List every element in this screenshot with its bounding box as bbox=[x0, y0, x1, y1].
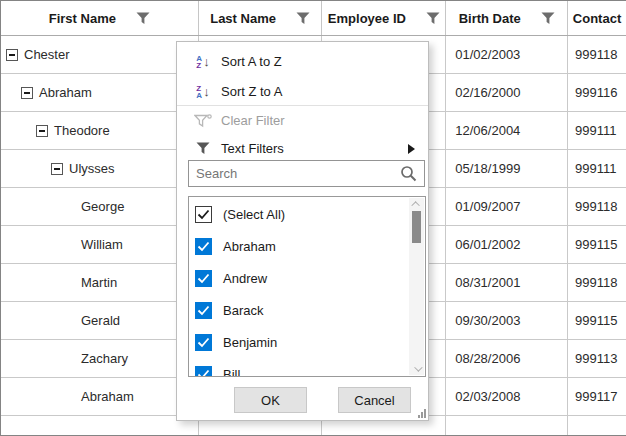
tree-cell: Zachary bbox=[1, 340, 199, 377]
first-name-text: George bbox=[81, 199, 124, 214]
tree-cell: Martin bbox=[1, 264, 199, 301]
filter-list-item[interactable]: Andrew bbox=[189, 262, 408, 294]
first-name-text: Zachary bbox=[81, 351, 128, 366]
birth-date-cell: 02/03/2008 bbox=[446, 378, 568, 415]
first-name-text: Abraham bbox=[81, 389, 134, 404]
collapse-expander-icon[interactable] bbox=[6, 49, 18, 61]
collapse-expander-icon[interactable] bbox=[36, 125, 48, 137]
birth-date-cell: 02/16/2000 bbox=[446, 74, 568, 111]
contact-cell: 999118 bbox=[568, 36, 626, 73]
column-header[interactable]: Birth Date bbox=[446, 1, 568, 35]
column-header-label: Last Name bbox=[210, 11, 276, 26]
checkbox-checked-icon[interactable] bbox=[195, 302, 212, 319]
tree-cell: Abraham bbox=[1, 378, 199, 415]
contact-cell: 999116 bbox=[568, 74, 626, 111]
first-name-text: William bbox=[81, 237, 123, 252]
contact-cell: 999118 bbox=[568, 188, 626, 225]
filter-item-label: Abraham bbox=[223, 239, 276, 254]
sort-a-to-z-menu-item[interactable]: A Z ↓ Sort A to Z bbox=[177, 47, 428, 76]
clear-filter-menu-item[interactable]: Clear Filter bbox=[177, 106, 428, 135]
scroll-thumb[interactable] bbox=[412, 211, 421, 243]
text-filters-label: Text Filters bbox=[221, 141, 284, 156]
birth-date-cell: 08/31/2001 bbox=[446, 264, 568, 301]
sort-az-icon: A Z ↓ bbox=[190, 55, 216, 69]
filter-list-item[interactable]: Bill bbox=[189, 358, 408, 377]
column-header[interactable]: Contact bbox=[568, 1, 626, 35]
checkbox-checked-icon[interactable] bbox=[195, 334, 212, 351]
filter-item-label: Bill bbox=[223, 367, 240, 378]
tree-cell bbox=[1, 416, 199, 435]
search-icon bbox=[400, 165, 417, 182]
collapse-expander-icon[interactable] bbox=[51, 163, 63, 175]
tree-cell: Chester bbox=[1, 36, 199, 73]
first-name-text: Theodore bbox=[54, 123, 110, 138]
first-name-text: Chester bbox=[24, 47, 70, 62]
column-header-label: Contact bbox=[573, 11, 621, 26]
birth-date-cell: 12/06/2004 bbox=[446, 112, 568, 149]
sort-z-to-a-label: Sort Z to A bbox=[221, 84, 282, 99]
column-header[interactable]: First Name bbox=[1, 1, 199, 35]
header-row: First Name Last Name Employee ID Birth D… bbox=[1, 1, 626, 36]
filter-popup: A Z ↓ Sort A to Z Z A ↓ Sort Z to A bbox=[176, 41, 429, 421]
tree-cell: George bbox=[1, 188, 199, 225]
text-filters-menu-item[interactable]: Text Filters bbox=[177, 134, 428, 163]
filter-checkbox-list: (Select All) Abraham Andrew Barack Benja… bbox=[188, 196, 426, 377]
birth-date-cell bbox=[446, 416, 568, 435]
sort-z-to-a-menu-item[interactable]: Z A ↓ Sort Z to A bbox=[177, 77, 428, 106]
tree-cell: Theodore bbox=[1, 112, 199, 149]
filter-list-item[interactable]: Barack bbox=[189, 294, 408, 326]
sort-za-icon: Z A ↓ bbox=[190, 85, 216, 99]
sort-a-to-z-label: Sort A to Z bbox=[221, 54, 282, 69]
birth-date-cell: 08/28/2006 bbox=[446, 340, 568, 377]
contact-cell: 999111 bbox=[568, 112, 626, 149]
column-header[interactable]: Last Name bbox=[199, 1, 323, 35]
column-header-label: First Name bbox=[49, 11, 116, 26]
tree-data-grid: First Name Last Name Employee ID Birth D… bbox=[0, 0, 626, 436]
filter-item-label: Andrew bbox=[223, 271, 267, 286]
list-scrollbar[interactable] bbox=[409, 198, 424, 375]
contact-cell: 999118 bbox=[568, 264, 626, 301]
filter-funnel-icon[interactable] bbox=[541, 12, 555, 25]
scroll-up-icon[interactable] bbox=[409, 198, 424, 210]
filter-item-label: Barack bbox=[223, 303, 263, 318]
clear-filter-icon bbox=[190, 114, 216, 128]
contact-cell: 999117 bbox=[568, 378, 626, 415]
tree-cell: Abraham bbox=[1, 74, 199, 111]
checkbox-checked-icon[interactable] bbox=[195, 206, 212, 223]
checkbox-checked-icon[interactable] bbox=[195, 238, 212, 255]
tree-cell: Ulysses bbox=[1, 150, 199, 187]
clear-filter-label: Clear Filter bbox=[221, 113, 285, 128]
contact-cell: 999113 bbox=[568, 340, 626, 377]
popup-resize-grip[interactable] bbox=[418, 409, 426, 418]
birth-date-cell: 01/02/2003 bbox=[446, 36, 568, 73]
filter-funnel-icon[interactable] bbox=[296, 12, 310, 25]
filter-funnel-icon[interactable] bbox=[136, 12, 150, 25]
filter-item-label: Benjamin bbox=[223, 335, 277, 350]
first-name-text: Gerald bbox=[81, 313, 120, 328]
birth-date-cell: 01/09/2007 bbox=[446, 188, 568, 225]
column-header-label: Employee ID bbox=[328, 11, 406, 26]
scroll-down-icon[interactable] bbox=[409, 363, 424, 375]
collapse-expander-icon[interactable] bbox=[21, 87, 33, 99]
first-name-text: Abraham bbox=[39, 85, 92, 100]
filter-item-label: (Select All) bbox=[223, 207, 285, 222]
cancel-button[interactable]: Cancel bbox=[338, 387, 411, 413]
birth-date-cell: 05/18/1999 bbox=[446, 150, 568, 187]
filter-list-item[interactable]: (Select All) bbox=[189, 198, 408, 230]
contact-cell: 999111 bbox=[568, 150, 626, 187]
search-box bbox=[188, 160, 425, 187]
tree-cell: William bbox=[1, 226, 199, 263]
checkbox-checked-icon[interactable] bbox=[195, 270, 212, 287]
submenu-arrow-icon bbox=[408, 144, 415, 154]
birth-date-cell: 06/01/2002 bbox=[446, 226, 568, 263]
ok-button[interactable]: OK bbox=[234, 387, 307, 413]
first-name-text: Ulysses bbox=[69, 161, 115, 176]
contact-cell: 999115 bbox=[568, 302, 626, 339]
search-input[interactable] bbox=[196, 166, 400, 181]
column-header[interactable]: Employee ID bbox=[322, 1, 446, 35]
checkbox-checked-icon[interactable] bbox=[195, 366, 212, 378]
filter-list-item[interactable]: Benjamin bbox=[189, 326, 408, 358]
tree-cell: Gerald bbox=[1, 302, 199, 339]
filter-funnel-icon[interactable] bbox=[426, 12, 440, 25]
filter-list-item[interactable]: Abraham bbox=[189, 230, 408, 262]
